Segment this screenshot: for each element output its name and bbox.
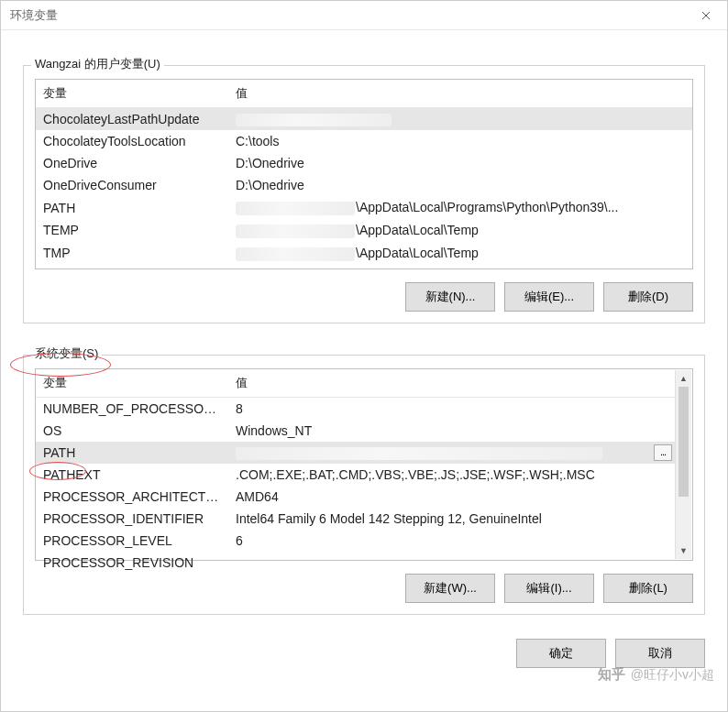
close-button[interactable] <box>685 1 727 30</box>
table-row[interactable]: PROCESSOR_ARCHITECTURE AMD64 <box>36 486 676 508</box>
annotation-circle-icon <box>29 462 86 480</box>
scroll-down-arrow-icon[interactable]: ▼ <box>676 542 691 559</box>
scroll-thumb[interactable] <box>678 387 689 497</box>
table-row[interactable]: NUMBER_OF_PROCESSORS 8 <box>36 398 676 421</box>
table-row[interactable]: OS Windows_NT <box>36 420 676 442</box>
system-variables-group: 系统变量(S) 变量 值 NUMBER_OF_PROCESSORS <box>23 355 705 615</box>
cell-var: PATH <box>36 442 228 464</box>
cell-var: OS <box>36 420 228 442</box>
cell-val <box>228 108 692 131</box>
cell-var: NUMBER_OF_PROCESSORS <box>36 398 228 421</box>
table-row[interactable]: PROCESSOR_LEVEL 6 <box>36 530 676 552</box>
cell-val: Windows_NT <box>228 420 676 442</box>
table-row[interactable]: OneDrive D:\Onedrive <box>36 152 692 174</box>
user-variables-label: Wangzai 的用户变量(U) <box>31 56 164 72</box>
scroll-up-arrow-icon[interactable]: ▲ <box>676 370 691 387</box>
zhihu-logo-icon: 知乎 <box>598 666 625 684</box>
cell-val: 8 <box>228 398 676 421</box>
cell-var: PROCESSOR_ARCHITECTURE <box>36 486 228 508</box>
cell-var: PROCESSOR_REVISION <box>36 552 228 574</box>
edit-system-var-button[interactable]: 编辑(I)... <box>504 574 594 603</box>
col-value[interactable]: 值 <box>228 80 692 108</box>
window-title: 环境变量 <box>10 7 58 24</box>
cell-val: 6 <box>228 530 676 552</box>
user-variables-table[interactable]: 变量 值 ChocolateyLastPathUpdate Chocolatey… <box>35 79 693 269</box>
cell-val: AMD64 <box>228 486 676 508</box>
browse-more-button[interactable]: ... <box>654 444 672 461</box>
cell-val: .COM;.EXE;.BAT;.CMD;.VBS;.VBE;.JS;.JSE;.… <box>228 464 676 486</box>
cell-var: ChocolateyLastPathUpdate <box>36 108 228 131</box>
cell-var: TEMP <box>36 219 228 242</box>
cell-var: OneDriveConsumer <box>36 174 228 196</box>
dialog-footer: 确定 取消 <box>1 624 727 668</box>
watermark-text: @旺仔小v小超 <box>631 667 714 684</box>
cell-val <box>228 442 676 464</box>
system-variables-buttons: 新建(W)... 编辑(I)... 删除(L) <box>35 574 693 603</box>
new-user-var-button[interactable]: 新建(N)... <box>405 282 495 312</box>
delete-system-var-button[interactable]: 删除(L) <box>603 574 693 603</box>
env-variables-dialog: 环境变量 Wangzai 的用户变量(U) 变量 值 <box>0 0 728 712</box>
table-row[interactable]: ChocolateyLastPathUpdate <box>36 108 692 131</box>
new-system-var-button[interactable]: 新建(W)... <box>405 574 495 603</box>
cell-var: PROCESSOR_IDENTIFIER <box>36 508 228 530</box>
cell-var: OneDrive <box>36 152 228 174</box>
cell-var: TMP <box>36 242 228 265</box>
user-variables-group: Wangzai 的用户变量(U) 变量 值 ChocolateyLastPath <box>23 65 705 323</box>
cell-var: PROCESSOR_LEVEL <box>36 530 228 552</box>
watermark: 知乎 @旺仔小v小超 <box>598 666 714 684</box>
cell-val <box>228 552 676 574</box>
cell-val: \AppData\Local\Temp <box>228 219 692 242</box>
ok-button[interactable]: 确定 <box>516 639 606 668</box>
content-area: Wangzai 的用户变量(U) 变量 值 ChocolateyLastPath <box>1 30 727 624</box>
table-row[interactable]: PATH \AppData\Local\Programs\Python\Pyth… <box>36 196 692 219</box>
cell-val: C:\tools <box>228 130 692 152</box>
user-variables-buttons: 新建(N)... 编辑(E)... 删除(D) <box>35 282 693 312</box>
table-row[interactable]: PATHEXT .COM;.EXE;.BAT;.CMD;.VBS;.VBE;.J… <box>36 464 676 486</box>
table-row[interactable]: PROCESSOR_IDENTIFIER Intel64 Family 6 Mo… <box>36 508 676 530</box>
table-row[interactable]: TEMP \AppData\Local\Temp <box>36 219 692 242</box>
cell-var: ChocolateyToolsLocation <box>36 130 228 152</box>
col-variable[interactable]: 变量 <box>36 80 228 108</box>
system-variables-table[interactable]: 变量 值 NUMBER_OF_PROCESSORS 8 OS Win <box>35 368 693 561</box>
table-row[interactable]: TMP \AppData\Local\Temp <box>36 242 692 265</box>
cell-val: \AppData\Local\Temp <box>228 242 692 265</box>
annotation-circle-icon <box>10 353 111 377</box>
delete-user-var-button[interactable]: 删除(D) <box>603 282 693 312</box>
table-row[interactable]: ChocolateyToolsLocation C:\tools <box>36 130 692 152</box>
table-row[interactable]: PATH <box>36 442 676 464</box>
table-header-row: 变量 值 <box>36 80 692 108</box>
cell-val: D:\Onedrive <box>228 152 692 174</box>
table-row[interactable]: OneDriveConsumer D:\Onedrive <box>36 174 692 196</box>
cell-var: PATH <box>36 196 228 219</box>
table-row[interactable]: PROCESSOR_REVISION <box>36 552 676 574</box>
cancel-button[interactable]: 取消 <box>615 639 705 668</box>
edit-user-var-button[interactable]: 编辑(E)... <box>504 282 594 312</box>
cell-val: Intel64 Family 6 Model 142 Stepping 12, … <box>228 508 676 530</box>
vertical-scrollbar[interactable]: ▲ ▼ <box>675 370 691 559</box>
table-header-row: 变量 值 <box>36 369 676 398</box>
cell-val: \AppData\Local\Programs\Python\Python39\… <box>228 196 692 219</box>
col-value[interactable]: 值 <box>228 369 676 398</box>
titlebar: 环境变量 <box>1 1 727 30</box>
cell-val: D:\Onedrive <box>228 174 692 196</box>
